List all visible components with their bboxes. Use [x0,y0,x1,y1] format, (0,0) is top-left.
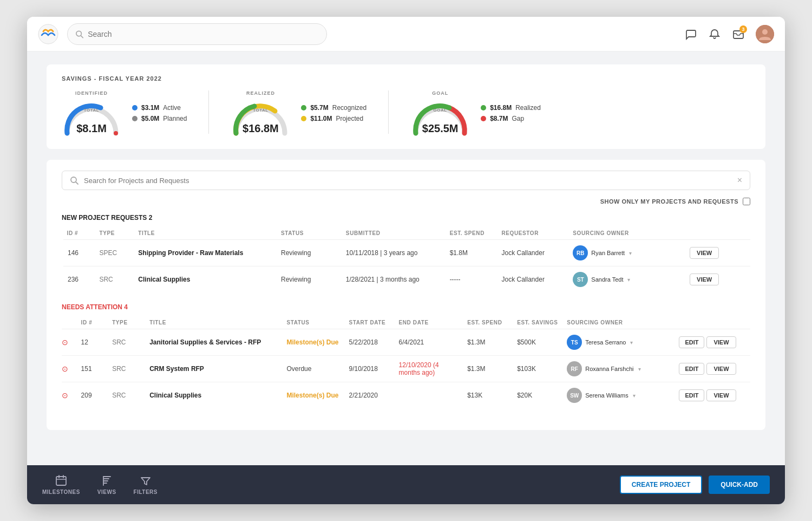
th-na-end: END DATE [395,316,463,329]
user-avatar[interactable] [756,25,774,43]
owner-avatar: RB [573,245,588,260]
realized-group: REALIZED TOTAL $16.8M [231,90,366,136]
owner-dropdown-arrow[interactable]: ▾ [629,250,632,256]
owner-name: Sandra Tedt [591,276,623,283]
goal-gauge: GOAL GOAL $25.5M [410,90,470,136]
nr-actions: VIEW [685,266,750,293]
view-button[interactable]: VIEW [690,273,719,285]
svg-point-6 [114,131,118,135]
th-na-actions [675,316,750,329]
chat-icon[interactable] [684,28,697,41]
na-title: CRM System RFP [145,356,282,382]
filters-button[interactable]: FILTERS [134,475,158,495]
na-id: 12 [77,329,108,356]
bottom-actions: MILESTONES VIEWS FILTERS [42,475,158,495]
new-requests-table: ID # TYPE TITLE STATUS SUBMITTED EST. SP… [62,227,750,292]
edit-button[interactable]: EDIT [679,363,704,375]
th-actions [685,227,750,240]
goal-group: GOAL GOAL $25.5M [410,90,541,136]
view-button[interactable]: VIEW [706,336,736,348]
th-na-spend: EST. SPEND [463,316,513,329]
milestones-icon [55,475,67,487]
realized-label: REALIZED [246,90,275,96]
view-button[interactable]: VIEW [706,389,736,401]
na-title: Janitorial Supplies & Services - RFP [145,329,282,356]
views-button[interactable]: VIEWS [97,475,116,495]
na-spend: $13K [463,382,513,409]
identified-label: IDENTIFIED [75,90,108,96]
savings-section: SAVINGS - FISCAL YEAR 2022 IDENTIFIED [47,64,765,149]
workday-logo[interactable] [38,24,58,44]
legend-item-gap: $8.7M Gap [481,115,541,122]
na-type: SRC [108,329,145,356]
quick-add-button[interactable]: QUICK-ADD [709,476,770,494]
goal-sub: GOAL [434,108,447,113]
na-owner-dropdown[interactable]: ▾ [630,340,633,346]
na-alert-cell: ⊙ [62,356,77,382]
owner-dropdown-arrow[interactable]: ▾ [627,277,630,283]
identified-sub: TOTAL [84,108,99,113]
bottom-right-actions: CREATE PROJECT QUICK-ADD [620,476,770,494]
realized-gauge: REALIZED TOTAL $16.8M [231,90,290,136]
create-project-button[interactable]: CREATE PROJECT [620,476,702,494]
legend-label-realized-goal: Realized [515,104,541,112]
na-owner-avatar: TS [567,335,582,350]
nr-spend: ----- [446,266,497,293]
project-search-icon [70,176,78,185]
nr-title: Shipping Provider - Raw Materials [134,240,277,266]
th-requestor: REQUESTOR [497,227,569,240]
na-actions: EDIT VIEW [675,382,750,409]
legend-label-planned: Planned [163,115,187,122]
na-id: 209 [77,382,108,409]
legend-value-active: $3.1M [141,104,159,112]
na-owner-dropdown[interactable]: ▾ [633,393,636,399]
na-spend: $1.3M [463,356,513,382]
alert-icon: ⊙ [62,364,68,373]
th-submitted: SUBMITTED [342,227,446,240]
new-request-row: 146 SPEC Shipping Provider - Raw Materia… [63,240,751,266]
search-clear-button[interactable]: × [737,175,742,185]
edit-button[interactable]: EDIT [679,389,704,401]
needs-attention-tbody: ⊙ 12 SRC Janitorial Supplies & Services … [62,329,750,409]
filters-label: FILTERS [134,489,158,495]
na-type: SRC [108,382,145,409]
nr-sourcing-owner: ST Sandra Tedt ▾ [568,266,685,293]
legend-dot-projected [301,116,306,121]
th-sourcing-owner: SOURCING OWNER [568,227,685,240]
view-button[interactable]: VIEW [690,247,719,259]
nr-submitted: 1/28/2021 | 3 months ago [342,266,446,293]
svg-point-5 [762,29,768,35]
na-actions: EDIT VIEW [675,356,750,382]
edit-button[interactable]: EDIT [679,336,704,348]
na-owner-name: Serena Williams [585,392,628,399]
view-button[interactable]: VIEW [706,363,736,375]
global-search-input[interactable] [88,30,319,38]
alert-icon: ⊙ [62,391,68,400]
na-end-date: 12/10/2020 (4 months ago) [395,356,463,382]
th-type: TYPE [95,227,134,240]
global-search-bar[interactable] [67,23,327,45]
nr-type: SRC [95,266,134,293]
project-search-input[interactable] [84,177,732,185]
nr-spend: $1.8M [446,240,497,266]
milestones-button[interactable]: MILESTONES [42,475,80,495]
th-title: TITLE [134,227,277,240]
inbox-icon[interactable]: 3 [732,28,745,41]
legend-value-gap: $8.7M [490,115,508,122]
project-search-bar[interactable]: × [62,171,750,190]
identified-group: IDENTIFIED TOTAL $8.1M [62,90,187,136]
na-sourcing-owner: RF Roxanna Farshchi ▾ [562,356,675,382]
show-only-checkbox[interactable] [743,198,750,205]
th-est-spend: EST. SPEND [446,227,497,240]
na-status: Overdue [282,356,344,382]
show-only-row: SHOW ONLY MY PROJECTS AND REQUESTS [62,198,750,205]
nr-id: 146 [63,240,95,266]
th-na-title: TITLE [145,316,282,329]
na-owner-dropdown[interactable]: ▾ [638,366,641,372]
legend-dot-recognized [301,105,306,110]
legend-dot-gap [481,116,486,121]
milestones-label: MILESTONES [42,489,80,495]
notification-icon[interactable] [708,28,721,41]
realized-legend: $5.7M Recognized $11.0M Projected [301,104,366,122]
needs-attention-header: NEEDS ATTENTION 4 [62,303,750,311]
